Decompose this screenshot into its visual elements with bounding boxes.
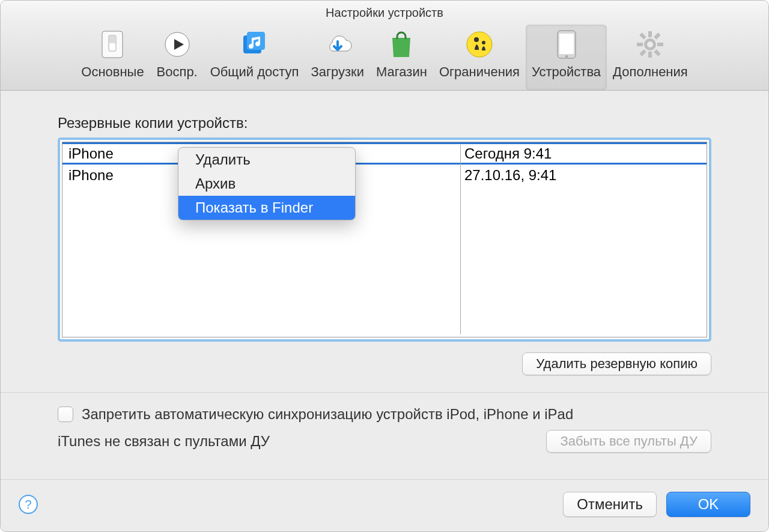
svg-point-22 bbox=[647, 41, 653, 47]
tab-store[interactable]: Магазин bbox=[370, 25, 433, 90]
prevent-sync-label: Запретить автоматическую синхронизацию у… bbox=[82, 406, 573, 423]
preferences-toolbar: Основные Воспр. Общий доступ Загрузки Ма… bbox=[1, 25, 768, 91]
svg-point-12 bbox=[565, 55, 568, 58]
tab-general[interactable]: Основные bbox=[75, 25, 150, 90]
svg-rect-21 bbox=[640, 49, 646, 56]
svg-rect-16 bbox=[637, 43, 643, 46]
context-menu: Удалить Архив Показать в Finder bbox=[178, 147, 356, 220]
svg-rect-14 bbox=[648, 31, 652, 37]
svg-rect-19 bbox=[654, 49, 661, 56]
svg-point-9 bbox=[482, 41, 485, 44]
backups-table[interactable]: iPhone Сегодня 9:41 iPhone 27.10.16, 9:4… bbox=[58, 138, 711, 342]
tab-label: Основные bbox=[81, 64, 144, 80]
backups-heading: Резервные копии устройств: bbox=[58, 115, 711, 131]
dialog-footer: ? Отменить OK bbox=[1, 479, 768, 531]
help-button[interactable]: ? bbox=[19, 495, 38, 514]
tab-label: Ограничения bbox=[439, 64, 520, 80]
tab-playback[interactable]: Воспр. bbox=[150, 25, 204, 90]
svg-rect-17 bbox=[657, 43, 663, 46]
switch-icon bbox=[97, 29, 127, 59]
tab-downloads[interactable]: Загрузки bbox=[305, 25, 370, 90]
cell-date: Сегодня 9:41 bbox=[458, 144, 707, 163]
music-note-icon bbox=[240, 29, 270, 59]
preferences-window: Настройки устройств Основные Воспр. Общи… bbox=[0, 0, 769, 532]
download-icon bbox=[323, 29, 353, 59]
svg-point-8 bbox=[474, 37, 479, 42]
tab-label: Дополнения bbox=[613, 64, 688, 80]
cell-date: 27.10.16, 9:41 bbox=[458, 165, 707, 186]
gear-icon bbox=[635, 29, 665, 59]
ok-button[interactable]: OK bbox=[666, 492, 750, 517]
svg-rect-18 bbox=[640, 32, 646, 39]
tab-label: Магазин bbox=[376, 64, 427, 80]
svg-rect-2 bbox=[109, 36, 115, 43]
ctx-archive[interactable]: Архив bbox=[178, 172, 355, 196]
tab-label: Воспр. bbox=[157, 64, 198, 80]
iphone-icon bbox=[552, 29, 582, 59]
tab-label: Общий доступ bbox=[210, 64, 299, 80]
play-icon bbox=[162, 29, 192, 59]
delete-backup-button[interactable]: Удалить резервную копию bbox=[522, 352, 711, 375]
svg-point-7 bbox=[467, 32, 492, 57]
table-row[interactable]: iPhone Сегодня 9:41 bbox=[62, 142, 707, 165]
tab-label: Устройства bbox=[532, 64, 601, 80]
separator bbox=[1, 392, 768, 393]
tab-sharing[interactable]: Общий доступ bbox=[204, 25, 305, 90]
parental-icon bbox=[464, 29, 494, 59]
ctx-show-in-finder[interactable]: Показать в Finder bbox=[178, 196, 355, 220]
window-title: Настройки устройств bbox=[1, 1, 768, 25]
remote-status-text: iTunes не связан с пультами ДУ bbox=[58, 433, 270, 450]
ctx-delete[interactable]: Удалить bbox=[178, 148, 355, 172]
prevent-sync-checkbox[interactable] bbox=[58, 407, 73, 422]
svg-rect-11 bbox=[559, 34, 574, 54]
content-pane: Резервные копии устройств: iPhone Сегодн… bbox=[1, 91, 768, 479]
column-divider bbox=[460, 145, 461, 334]
svg-rect-20 bbox=[654, 32, 661, 39]
tab-advanced[interactable]: Дополнения bbox=[607, 25, 694, 90]
svg-rect-15 bbox=[648, 52, 652, 58]
table-row[interactable]: iPhone 27.10.16, 9:41 bbox=[62, 165, 707, 187]
shopping-bag-icon bbox=[386, 29, 416, 59]
tab-label: Загрузки bbox=[311, 64, 364, 80]
tab-restrictions[interactable]: Ограничения bbox=[433, 25, 526, 90]
forget-remotes-button: Забыть все пульты ДУ bbox=[546, 430, 711, 453]
tab-devices[interactable]: Устройства bbox=[526, 25, 607, 90]
cancel-button[interactable]: Отменить bbox=[563, 492, 657, 517]
